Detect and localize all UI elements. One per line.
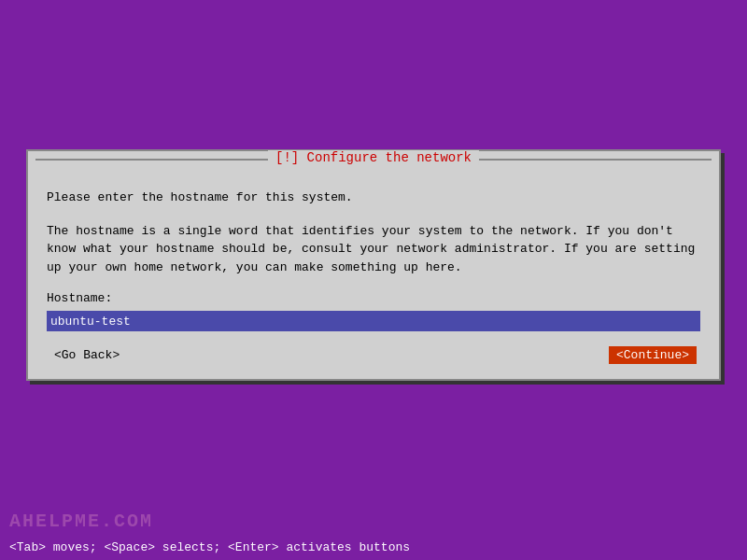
description-line1: Please enter the hostname for this syste… — [47, 189, 700, 207]
dialog-title: [!] Configure the network — [268, 150, 479, 165]
continue-button[interactable]: <Continue> — [609, 346, 697, 364]
watermark: AHELРМЕ.СОМ — [9, 511, 153, 532]
title-wrapper: [!] Configure the network — [35, 159, 712, 172]
hostname-input-wrapper — [47, 311, 700, 331]
go-back-button[interactable]: <Go Back> — [50, 346, 123, 364]
dialog-body: Please enter the hostname for this syste… — [28, 172, 719, 379]
status-bar: <Tab> moves; <Space> selects; <Enter> ac… — [0, 540, 747, 554]
hostname-label: Hostname: — [47, 291, 700, 305]
hostname-input[interactable] — [50, 315, 697, 329]
description-line2: The hostname is a single word that ident… — [47, 222, 700, 277]
dialog-box: [!] Configure the network Please enter t… — [26, 149, 721, 381]
buttons-row: <Go Back> <Continue> — [47, 346, 700, 364]
